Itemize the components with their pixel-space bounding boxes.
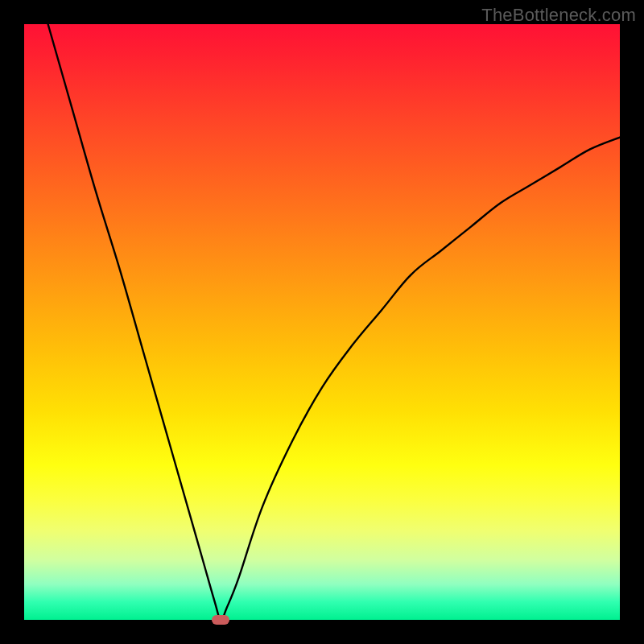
optimum-marker	[212, 615, 229, 625]
curve-svg	[24, 24, 620, 620]
chart-container: TheBottleneck.com	[0, 0, 644, 644]
bottleneck-curve	[48, 24, 620, 620]
plot-area	[24, 24, 620, 620]
watermark-text: TheBottleneck.com	[481, 5, 636, 26]
